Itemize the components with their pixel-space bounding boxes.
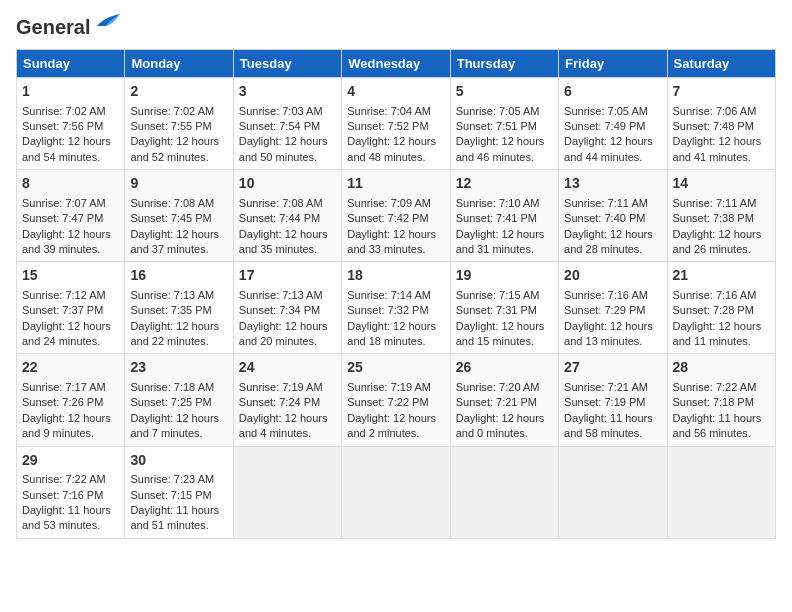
day-number: 9 (130, 174, 227, 194)
day-info: and 46 minutes. (456, 150, 553, 165)
calendar-table: SundayMondayTuesdayWednesdayThursdayFrid… (16, 49, 776, 539)
day-info: Daylight: 12 hours (347, 411, 444, 426)
day-info: and 37 minutes. (130, 242, 227, 257)
day-number: 28 (673, 358, 770, 378)
day-info: Sunset: 7:32 PM (347, 303, 444, 318)
day-number: 14 (673, 174, 770, 194)
day-info: and 15 minutes. (456, 334, 553, 349)
day-info: Sunrise: 7:13 AM (239, 288, 336, 303)
day-info: and 48 minutes. (347, 150, 444, 165)
col-header-sunday: Sunday (17, 50, 125, 78)
calendar-cell: 8Sunrise: 7:07 AMSunset: 7:47 PMDaylight… (17, 170, 125, 262)
day-info: and 9 minutes. (22, 426, 119, 441)
calendar-cell: 9Sunrise: 7:08 AMSunset: 7:45 PMDaylight… (125, 170, 233, 262)
day-info: and 33 minutes. (347, 242, 444, 257)
calendar-cell: 10Sunrise: 7:08 AMSunset: 7:44 PMDayligh… (233, 170, 341, 262)
day-info: and 35 minutes. (239, 242, 336, 257)
day-info: Sunset: 7:56 PM (22, 119, 119, 134)
day-number: 21 (673, 266, 770, 286)
day-info: and 4 minutes. (239, 426, 336, 441)
day-info: Sunrise: 7:22 AM (22, 472, 119, 487)
day-info: Daylight: 12 hours (673, 227, 770, 242)
calendar-cell (450, 446, 558, 538)
day-info: and 20 minutes. (239, 334, 336, 349)
day-info: Sunrise: 7:18 AM (130, 380, 227, 395)
day-number: 17 (239, 266, 336, 286)
calendar-cell: 5Sunrise: 7:05 AMSunset: 7:51 PMDaylight… (450, 78, 558, 170)
day-info: Sunset: 7:25 PM (130, 395, 227, 410)
calendar-cell: 2Sunrise: 7:02 AMSunset: 7:55 PMDaylight… (125, 78, 233, 170)
day-info: Daylight: 12 hours (564, 227, 661, 242)
day-number: 11 (347, 174, 444, 194)
day-info: Daylight: 12 hours (130, 319, 227, 334)
calendar-cell: 21Sunrise: 7:16 AMSunset: 7:28 PMDayligh… (667, 262, 775, 354)
day-number: 26 (456, 358, 553, 378)
day-info: and 26 minutes. (673, 242, 770, 257)
day-number: 1 (22, 82, 119, 102)
day-info: Sunrise: 7:06 AM (673, 104, 770, 119)
day-info: Daylight: 12 hours (347, 319, 444, 334)
day-info: Sunrise: 7:13 AM (130, 288, 227, 303)
day-info: Sunrise: 7:19 AM (347, 380, 444, 395)
day-info: and 31 minutes. (456, 242, 553, 257)
day-info: Sunset: 7:51 PM (456, 119, 553, 134)
day-info: Sunset: 7:47 PM (22, 211, 119, 226)
calendar-cell: 19Sunrise: 7:15 AMSunset: 7:31 PMDayligh… (450, 262, 558, 354)
day-info: Daylight: 12 hours (239, 319, 336, 334)
day-info: and 54 minutes. (22, 150, 119, 165)
day-info: and 56 minutes. (673, 426, 770, 441)
day-number: 18 (347, 266, 444, 286)
day-info: Sunset: 7:26 PM (22, 395, 119, 410)
calendar-cell: 12Sunrise: 7:10 AMSunset: 7:41 PMDayligh… (450, 170, 558, 262)
day-info: Sunset: 7:41 PM (456, 211, 553, 226)
day-info: and 24 minutes. (22, 334, 119, 349)
calendar-cell: 13Sunrise: 7:11 AMSunset: 7:40 PMDayligh… (559, 170, 667, 262)
day-number: 3 (239, 82, 336, 102)
day-info: Daylight: 12 hours (22, 227, 119, 242)
col-header-monday: Monday (125, 50, 233, 78)
day-info: Sunrise: 7:23 AM (130, 472, 227, 487)
day-info: Sunrise: 7:22 AM (673, 380, 770, 395)
calendar-cell: 4Sunrise: 7:04 AMSunset: 7:52 PMDaylight… (342, 78, 450, 170)
day-info: Sunrise: 7:08 AM (130, 196, 227, 211)
day-info: Sunset: 7:52 PM (347, 119, 444, 134)
day-info: Daylight: 12 hours (22, 134, 119, 149)
calendar-cell: 16Sunrise: 7:13 AMSunset: 7:35 PMDayligh… (125, 262, 233, 354)
day-number: 2 (130, 82, 227, 102)
day-info: Daylight: 12 hours (130, 411, 227, 426)
day-info: Sunrise: 7:09 AM (347, 196, 444, 211)
day-info: Sunrise: 7:16 AM (673, 288, 770, 303)
day-info: Sunrise: 7:16 AM (564, 288, 661, 303)
day-info: Sunset: 7:54 PM (239, 119, 336, 134)
day-number: 12 (456, 174, 553, 194)
day-info: Daylight: 12 hours (347, 134, 444, 149)
day-info: Sunset: 7:45 PM (130, 211, 227, 226)
day-info: Sunset: 7:21 PM (456, 395, 553, 410)
day-info: Daylight: 12 hours (130, 134, 227, 149)
day-info: Sunset: 7:19 PM (564, 395, 661, 410)
day-info: Sunset: 7:55 PM (130, 119, 227, 134)
day-info: and 7 minutes. (130, 426, 227, 441)
day-info: Sunset: 7:28 PM (673, 303, 770, 318)
logo-bird-icon (92, 12, 122, 30)
day-number: 29 (22, 451, 119, 471)
day-info: Sunset: 7:35 PM (130, 303, 227, 318)
day-info: and 52 minutes. (130, 150, 227, 165)
day-info: and 58 minutes. (564, 426, 661, 441)
day-number: 13 (564, 174, 661, 194)
day-info: Sunrise: 7:05 AM (456, 104, 553, 119)
calendar-cell: 30Sunrise: 7:23 AMSunset: 7:15 PMDayligh… (125, 446, 233, 538)
day-info: Sunset: 7:16 PM (22, 488, 119, 503)
day-info: and 53 minutes. (22, 518, 119, 533)
day-info: Sunrise: 7:10 AM (456, 196, 553, 211)
day-info: Sunset: 7:24 PM (239, 395, 336, 410)
day-number: 27 (564, 358, 661, 378)
day-info: and 22 minutes. (130, 334, 227, 349)
day-info: Sunrise: 7:02 AM (22, 104, 119, 119)
day-number: 23 (130, 358, 227, 378)
day-info: Daylight: 12 hours (239, 227, 336, 242)
day-info: Sunrise: 7:07 AM (22, 196, 119, 211)
calendar-cell: 17Sunrise: 7:13 AMSunset: 7:34 PMDayligh… (233, 262, 341, 354)
day-info: and 0 minutes. (456, 426, 553, 441)
logo: General (16, 16, 112, 37)
